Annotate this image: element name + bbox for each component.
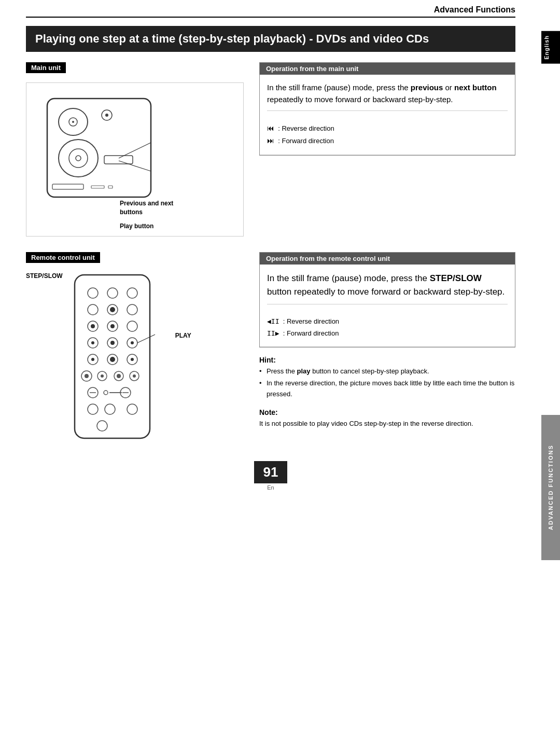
remote-unit-section: Remote control unit STEP/SLOW	[26, 252, 515, 446]
svg-rect-11	[91, 186, 104, 188]
svg-point-24	[91, 324, 95, 328]
main-unit-operation-header: Operation from the main unit	[260, 63, 515, 75]
svg-point-54	[88, 404, 98, 414]
hint-item-1: Press the play button to cancel step-by-…	[259, 366, 515, 377]
svg-point-43	[101, 374, 104, 378]
note-title: Note:	[259, 408, 515, 416]
remote-description: In the still frame (pause) mode, press t…	[267, 272, 508, 299]
main-unit-operation-content: In the still frame (pause) mode, press t…	[260, 75, 515, 155]
main-unit-operation-box: Operation from the main unit In the stil…	[259, 62, 515, 156]
main-unit-col: Main unit	[26, 62, 244, 236]
svg-point-41	[85, 374, 89, 378]
remote-operation-header: Operation from the remote control unit	[260, 253, 515, 265]
svg-point-6	[59, 140, 98, 177]
remote-reverse-direction: ◀II : Reverse direction	[267, 316, 508, 327]
play-right-label: PLAY	[175, 332, 191, 339]
remote-unit-col: Remote control unit STEP/SLOW	[26, 252, 244, 446]
main-unit-direction-list: ⏮ : ⏮ : Reverse directionReverse directi…	[267, 119, 508, 149]
svg-rect-10	[52, 184, 83, 189]
remote-operation-content: In the still frame (pause) mode, press t…	[260, 265, 515, 347]
remote-operation-box: Operation from the remote control unit I…	[259, 252, 515, 347]
svg-point-8	[76, 156, 81, 161]
advanced-functions-tab: ADVANCED FUNCTIONS	[541, 415, 560, 560]
remote-layout: STEP/SLOW	[26, 272, 244, 446]
svg-point-55	[105, 404, 115, 414]
svg-point-47	[133, 374, 136, 378]
svg-point-26	[110, 324, 115, 328]
svg-rect-12	[108, 186, 113, 188]
svg-point-57	[97, 421, 107, 431]
svg-point-35	[91, 358, 94, 361]
svg-line-14	[119, 161, 151, 171]
page-number-area: 91 En	[26, 461, 515, 491]
svg-point-3	[72, 121, 74, 123]
svg-point-19	[88, 304, 98, 315]
main-unit-operation-col: Operation from the main unit In the stil…	[259, 62, 515, 236]
svg-point-33	[131, 341, 134, 344]
svg-point-45	[117, 374, 121, 378]
hint-section: Hint: Press the play button to cancel st…	[259, 356, 515, 400]
hint-item-2: In the reverse direction, the picture mo…	[259, 378, 515, 400]
note-text: It is not possible to play video CDs ste…	[259, 419, 515, 429]
remote-forward-direction: II▶ : Forward direction	[267, 328, 508, 339]
hint-title: Hint:	[259, 356, 515, 364]
note-section: Note: It is not possible to play video C…	[259, 408, 515, 429]
svg-point-22	[127, 304, 137, 315]
reverse-direction: ⏮ : ⏮ : Reverse directionReverse directi…	[267, 122, 508, 135]
main-unit-section: Main unit	[26, 62, 515, 236]
forward-direction: ⏭ : Forward direction	[267, 135, 508, 147]
page-number: 91	[254, 461, 288, 483]
main-unit-label: Main unit	[26, 62, 66, 73]
svg-point-27	[127, 321, 137, 331]
previous-next-label: Previous and next buttons	[120, 199, 187, 217]
svg-point-39	[131, 358, 134, 361]
hint-list: Press the play button to cancel step-by-…	[259, 366, 515, 400]
header-title: Advanced Functions	[434, 5, 515, 14]
main-unit-illustration	[32, 88, 166, 213]
remote-svg-container: PLAY	[67, 272, 165, 446]
step-slow-left-label: STEP/SLOW	[26, 272, 63, 325]
remote-unit-label: Remote control unit	[26, 252, 100, 263]
svg-point-29	[91, 341, 94, 344]
main-unit-description: In the still frame (pause) mode, press t…	[267, 82, 508, 105]
english-tab: English	[541, 31, 560, 64]
svg-point-21	[110, 307, 115, 312]
svg-point-7	[69, 149, 88, 168]
svg-point-37	[110, 357, 115, 362]
svg-rect-0	[47, 99, 151, 197]
svg-rect-9	[104, 156, 133, 164]
remote-illustration	[67, 272, 165, 443]
svg-point-56	[127, 404, 137, 414]
page-lang: En	[26, 484, 515, 491]
play-button-label: Play button	[120, 222, 187, 231]
svg-point-50	[104, 391, 108, 395]
remote-direction-list: ◀II : Reverse direction II▶ : Forward di…	[267, 313, 508, 341]
svg-point-17	[107, 288, 118, 298]
svg-point-5	[105, 114, 108, 117]
svg-point-16	[88, 288, 98, 298]
svg-point-18	[127, 288, 137, 298]
header-bar: Advanced Functions	[26, 0, 515, 18]
page-title: Playing one step at a time (step-by-step…	[26, 26, 515, 52]
svg-line-58	[137, 335, 155, 343]
main-unit-device-area: Previous and next buttons Play button	[26, 82, 244, 236]
svg-line-13	[119, 143, 151, 158]
svg-point-31	[110, 341, 115, 345]
remote-operation-col: Operation from the remote control unit I…	[259, 252, 515, 446]
